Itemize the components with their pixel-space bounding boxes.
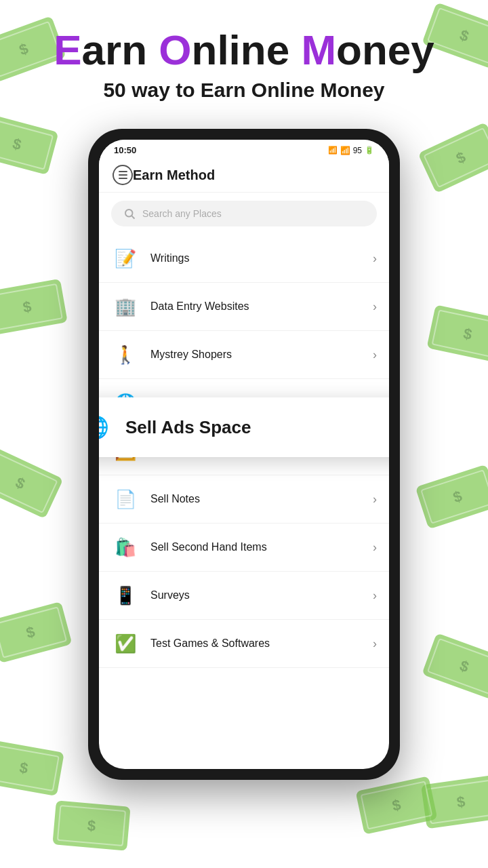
search-bar[interactable]: Search any Places	[111, 201, 377, 226]
title-arn: arn	[82, 26, 159, 73]
title-m: M	[301, 26, 336, 73]
writings-label: Writings	[150, 252, 373, 264]
sell-second-hand-label: Sell Second Hand Items	[150, 541, 373, 553]
chevron-icon: ›	[373, 589, 377, 603]
list-item[interactable]: 📝 Writings ›	[99, 235, 389, 283]
list-item[interactable]: 📱 Surveys ›	[99, 572, 389, 620]
app-title: Earn Method	[133, 167, 215, 183]
chevron-icon: ›	[373, 252, 377, 266]
test-games-label: Test Games & Softwares	[150, 637, 373, 650]
surveys-icon: 📱	[111, 581, 140, 610]
sell-notes-icon: 📄	[111, 485, 140, 513]
title-oney: oney	[336, 26, 434, 73]
chevron-icon: ›	[373, 348, 377, 362]
chevron-icon: ›	[373, 300, 377, 314]
search-icon	[123, 208, 136, 220]
phone-screen: 10:50 📶 📶 95 🔋 Earn Method	[99, 140, 389, 769]
data-entry-icon: 🏢	[111, 292, 140, 321]
app-header: Earn Method	[99, 158, 389, 193]
list-item[interactable]: 🏢 Data Entry Websites ›	[99, 283, 389, 331]
status-time: 10:50	[114, 145, 136, 155]
title-nline: nline	[192, 26, 302, 73]
main-title: Earn Online Money	[14, 27, 474, 73]
status-bar: 10:50 📶 📶 95 🔋	[99, 140, 389, 158]
list-item[interactable]: 🚶 Mystrey Shopers ›	[99, 331, 389, 379]
writings-icon: 📝	[111, 244, 140, 273]
phone-frame: 10:50 📶 📶 95 🔋 Earn Method	[88, 129, 400, 780]
battery-text: 95	[353, 146, 362, 155]
sell-second-hand-icon: 🛍️	[111, 533, 140, 561]
subtitle: 50 way to Earn Online Money	[14, 79, 474, 102]
tooltip-label: Sell Ads Space	[125, 417, 389, 438]
chevron-icon: ›	[373, 540, 377, 555]
page-header: Earn Online Money 50 way to Earn Online …	[0, 0, 488, 115]
menu-button[interactable]	[113, 165, 133, 185]
signal-icon: 📶	[340, 146, 350, 155]
list-item[interactable]: 📄 Sell Notes ›	[99, 475, 389, 524]
mystery-icon: 🚶	[111, 340, 140, 369]
phone-mockup: 10:50 📶 📶 95 🔋 Earn Method	[0, 129, 488, 780]
svg-line-1	[131, 216, 134, 219]
search-placeholder: Search any Places	[142, 208, 222, 219]
test-games-icon: ✅	[111, 629, 140, 658]
title-e: E	[54, 26, 81, 73]
title-o: O	[159, 26, 191, 73]
mystery-label: Mystrey Shopers	[150, 349, 373, 361]
wifi-icon: 📶	[328, 146, 338, 155]
tooltip-overlay: 🌐 Sell Ads Space ›	[99, 397, 389, 457]
surveys-label: Surveys	[150, 589, 373, 601]
svg-point-0	[125, 210, 133, 217]
search-container: Search any Places	[99, 193, 389, 235]
hamburger-icon	[119, 171, 127, 179]
list-item[interactable]: 🛍️ Sell Second Hand Items ›	[99, 524, 389, 572]
chevron-icon: ›	[373, 492, 377, 507]
battery-icon: 🔋	[365, 146, 374, 155]
status-icons: 📶 📶 95 🔋	[328, 146, 374, 155]
sell-notes-label: Sell Notes	[150, 493, 373, 505]
list-item[interactable]: ✅ Test Games & Softwares ›	[99, 620, 389, 668]
data-entry-label: Data Entry Websites	[150, 300, 373, 313]
chevron-icon: ›	[373, 637, 377, 651]
tooltip-icon: 🌐	[99, 410, 113, 445]
